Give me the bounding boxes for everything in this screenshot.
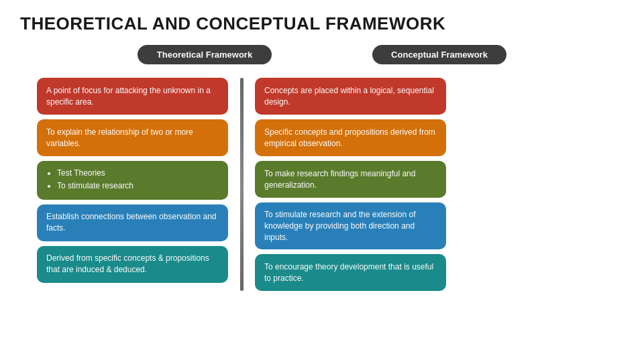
left-header-space: Theoretical Framework: [101, 45, 309, 71]
list-item: To stimulate research: [57, 180, 133, 192]
right-card-2: To make research findings meaningful and…: [255, 161, 446, 198]
center-header-space: [309, 45, 335, 71]
right-cards-column: Concepts are placed within a logical, se…: [255, 78, 463, 291]
right-card-3: To stimulate research and the extension …: [255, 202, 446, 249]
right-column-header: Conceptual Framework: [372, 45, 506, 64]
right-header-space: Conceptual Framework: [335, 45, 543, 71]
left-cards-column: A point of focus for attacking the unkno…: [20, 78, 228, 291]
cards-area: A point of focus for attacking the unkno…: [20, 78, 624, 291]
center-bar: [240, 78, 244, 291]
left-card-3: Establish connections between observatio…: [37, 204, 228, 241]
left-card-2: Test TheoriesTo stimulate research: [37, 161, 228, 200]
left-card-0: A point of focus for attacking the unkno…: [37, 78, 228, 115]
left-column-header: Theoretical Framework: [138, 45, 272, 64]
list-item: Test Theories: [57, 168, 133, 179]
right-card-4: To encourage theory development that is …: [255, 254, 446, 291]
left-card-1: To explain the relationship of two or mo…: [37, 119, 228, 156]
headers-row: Theoretical Framework Conceptual Framewo…: [20, 45, 624, 71]
right-card-0: Concepts are placed within a logical, se…: [255, 78, 446, 115]
right-card-1: Specific concepts and propositions deriv…: [255, 119, 446, 156]
page: THEORETICAL AND CONCEPTUAL FRAMEWORK The…: [0, 0, 644, 362]
left-card-4: Derived from specific concepts & proposi…: [37, 246, 228, 283]
page-title: THEORETICAL AND CONCEPTUAL FRAMEWORK: [20, 13, 624, 34]
center-divider: [228, 78, 255, 291]
